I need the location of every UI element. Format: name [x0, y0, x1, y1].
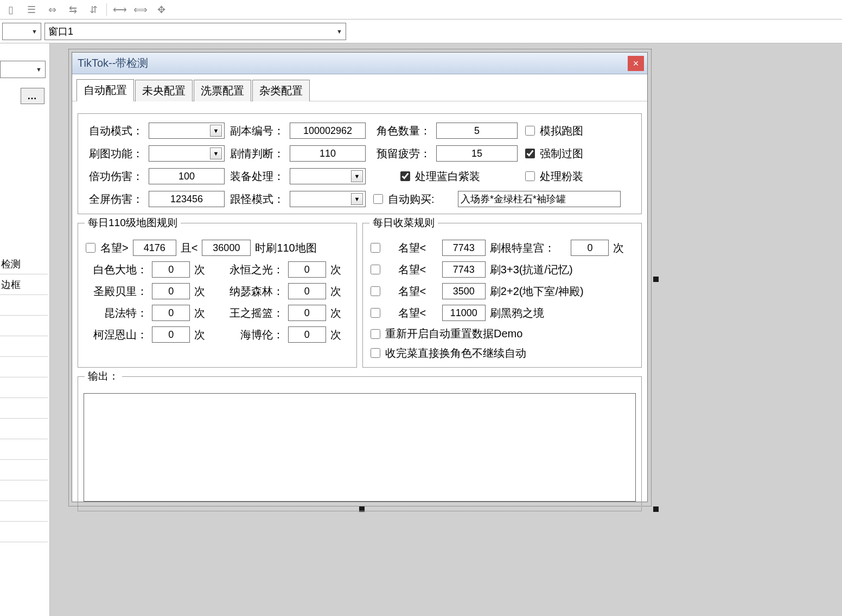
chevron-down-icon: ▼	[210, 125, 222, 137]
list-item[interactable]	[0, 316, 48, 336]
rep-max-input[interactable]	[202, 240, 251, 256]
harvest-r4-val[interactable]	[442, 305, 486, 321]
nase-input[interactable]	[288, 283, 326, 299]
kunfa-label: 昆法特：	[84, 306, 148, 320]
window-title: TikTok--带检测	[78, 56, 148, 70]
rep-gt-checkbox[interactable]: 名望>	[84, 241, 129, 255]
auto-mode-label: 自动模式：	[84, 124, 143, 138]
full-dmg-label: 全屏伤害：	[84, 192, 143, 207]
reserve-fatigue-input[interactable]	[436, 145, 518, 162]
auto-buy-checkbox[interactable]: 自动购买:	[371, 192, 452, 207]
harvest-r3-checkbox[interactable]	[368, 285, 394, 298]
chevron-down-icon: ▼	[36, 66, 42, 73]
list-item[interactable]	[0, 419, 48, 439]
tab-auto-config[interactable]: 自动配置	[76, 79, 134, 101]
times-unit: 次	[194, 328, 215, 342]
proc-bluewhite-checkbox[interactable]: 处理蓝白紫装	[398, 169, 496, 184]
force-map-checkbox[interactable]: 强制过图	[523, 146, 614, 161]
wangzhi-input[interactable]	[288, 305, 326, 321]
resize-handle[interactable]	[653, 277, 659, 282]
fit-height-icon[interactable]: ⇵	[86, 3, 101, 16]
list-item[interactable]	[0, 295, 48, 316]
size-v-icon[interactable]: ⟺	[133, 3, 148, 16]
harvest-r1-checkbox[interactable]	[368, 241, 394, 254]
harvest-r2-val[interactable]	[442, 261, 486, 278]
auto-buy-input[interactable]	[458, 191, 621, 207]
list-item[interactable]	[0, 480, 48, 501]
shengdian-input[interactable]	[152, 283, 190, 299]
rep-lt-label: 名望<	[398, 284, 438, 299]
tab-xipiao-config[interactable]: 洗票配置	[194, 80, 251, 101]
simulate-run-checkbox[interactable]: 模拟跑图	[523, 124, 614, 138]
yongheng-input[interactable]	[288, 261, 326, 278]
rep-min-input[interactable]	[133, 240, 176, 256]
distribute-h-icon[interactable]: ⇔	[44, 3, 60, 16]
close-icon: ×	[633, 58, 639, 69]
group-map-rules: 每日110级地图规则 名望> 且< 时刷110地图 白色大地： 次	[78, 223, 357, 368]
brush-func-select[interactable]: ▼	[149, 145, 225, 162]
rep-suffix-label: 时刷110地图	[255, 241, 316, 255]
harvest-r1-val[interactable]	[442, 240, 486, 256]
designed-window: TikTok--带检测 × 自动配置 未央配置 洗票配置 杂类配置 自动模式： …	[72, 52, 648, 502]
harvest-r2-checkbox[interactable]	[368, 263, 394, 276]
dungeon-id-input[interactable]	[290, 123, 366, 139]
size-h-icon[interactable]: ⟷	[112, 3, 127, 16]
tab-weiyang-config[interactable]: 未央配置	[135, 80, 193, 101]
list-item[interactable]: 检测	[0, 254, 48, 274]
equip-proc-select[interactable]: ▼	[290, 168, 366, 184]
list-item[interactable]	[0, 460, 48, 480]
full-dmg-input[interactable]	[149, 191, 225, 207]
output-textarea[interactable]	[84, 393, 636, 502]
auto-mode-select[interactable]: ▼	[149, 123, 225, 139]
baise-label: 白色大地：	[84, 262, 148, 277]
window-selector-combo[interactable]: 窗口1 ▼	[44, 23, 346, 40]
times-unit: 次	[330, 284, 351, 299]
harvest-r4-text: 刷黑鸦之境	[490, 306, 636, 320]
resize-handle[interactable]	[653, 506, 659, 512]
size-both-icon[interactable]: ✥	[154, 3, 169, 16]
rep-lt-label: 名望<	[398, 241, 438, 255]
proc-pink-checkbox[interactable]: 处理粉装	[523, 169, 599, 184]
left-property-combo[interactable]: ▼	[0, 61, 48, 78]
list-item[interactable]	[0, 439, 48, 460]
role-count-input[interactable]	[436, 123, 518, 139]
list-item[interactable]: 边框	[0, 274, 48, 295]
group-top: 自动模式： ▼ 副本编号： 角色数量： 模拟跑图 刷图功能： ▼ 剧情判断： 预…	[78, 113, 642, 214]
list-item[interactable]	[0, 377, 48, 398]
dungeon-id-label: 副本编号：	[230, 124, 284, 138]
list-item[interactable]	[0, 357, 48, 377]
property-ellipsis-button[interactable]: …	[21, 88, 44, 104]
tab-misc-config[interactable]: 杂类配置	[252, 80, 310, 101]
haibo-input[interactable]	[288, 326, 326, 343]
align-top-icon[interactable]: ☰	[24, 3, 39, 16]
list-item[interactable]	[0, 398, 48, 419]
window-titlebar[interactable]: TikTok--带检测 ×	[72, 53, 647, 74]
harvest-r3-val[interactable]	[442, 283, 486, 299]
wangzhi-label: 王之摇篮：	[220, 306, 284, 320]
chevron-down-icon: ▼	[210, 147, 222, 159]
list-item[interactable]	[0, 522, 48, 542]
plot-judge-input[interactable]	[290, 145, 366, 162]
kenis-input[interactable]	[152, 326, 190, 343]
times-unit: 次	[194, 284, 215, 299]
harvest-r4-checkbox[interactable]	[368, 306, 394, 319]
fit-width-icon[interactable]: ⇆	[65, 3, 80, 16]
track-mode-label: 跟怪模式：	[230, 192, 284, 207]
list-item[interactable]	[0, 501, 48, 522]
restart-demo-checkbox[interactable]: 重新开启自动重置数据Demo	[368, 326, 522, 341]
kunfa-input[interactable]	[152, 305, 190, 321]
harvest-r3-text: 刷2+2(地下室/神殿)	[490, 284, 636, 299]
align-left-icon[interactable]: ▯	[3, 3, 18, 16]
chevron-down-icon: ▼	[351, 170, 363, 182]
finish-switch-checkbox[interactable]: 收完菜直接换角色不继续自动	[368, 346, 526, 361]
nase-label: 纳瑟森林：	[220, 284, 284, 299]
left-small-combo[interactable]: ▼	[2, 23, 41, 40]
track-mode-select[interactable]: ▼	[290, 191, 366, 207]
close-button[interactable]: ×	[628, 56, 644, 71]
chevron-down-icon: ▼	[351, 193, 363, 205]
list-item[interactable]	[0, 336, 48, 357]
double-dmg-input[interactable]	[149, 168, 225, 184]
baise-input[interactable]	[152, 261, 190, 278]
harvest-r1-count[interactable]	[571, 240, 609, 256]
group-harvest-rules: 每日收菜规则 名望< 刷根特皇宫： 次 名望< 刷3+3(抗道/记忆)	[362, 223, 642, 368]
